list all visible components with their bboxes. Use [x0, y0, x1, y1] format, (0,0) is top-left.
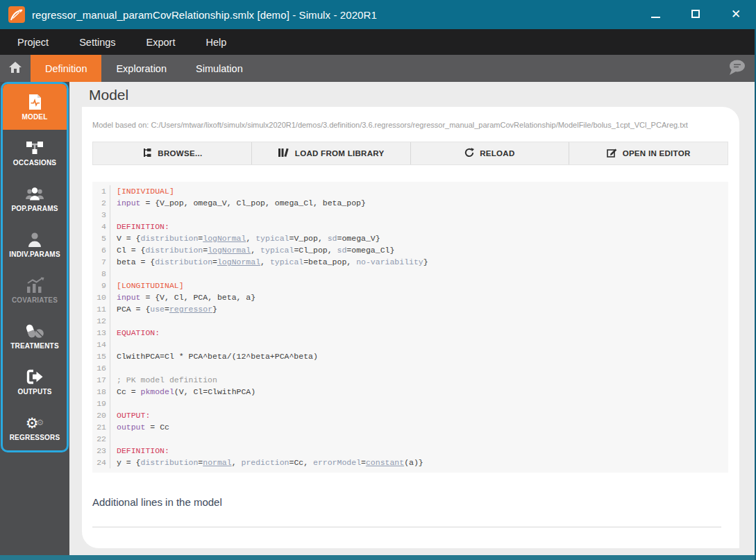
code-line: 16: [92, 362, 728, 374]
model-card: Model based on: C:/Users/mtwar/lixoft/si…: [82, 107, 739, 548]
reload-button[interactable]: RELOAD: [411, 142, 570, 164]
menu-item[interactable]: Export: [146, 37, 176, 48]
code-line: 7 beta = {distribution=logNormal, typica…: [92, 256, 728, 268]
line-number: 2: [92, 197, 110, 209]
line-number: 21: [92, 421, 110, 433]
code-line: 4 DEFINITION:: [92, 221, 728, 232]
line-number: 24: [92, 457, 110, 468]
menu-item[interactable]: Settings: [79, 37, 115, 48]
app-window: regressor_manual_paramCovRelationship.sm…: [0, 0, 756, 560]
code-line: 17 ; PK model definition: [92, 374, 728, 386]
code-text: ; PK model definition: [117, 374, 217, 386]
sidebar-item-model[interactable]: MODEL: [3, 84, 67, 130]
code-text: DEFINITION:: [117, 445, 169, 457]
model-icon: [28, 93, 42, 111]
close-button[interactable]: ✕: [716, 0, 756, 29]
code-text: ClwithPCA=Cl * PCA^beta/(12^beta+PCA^bet…: [117, 350, 318, 362]
main-content: Model Model based on: C:/Users/mtwar/lix…: [69, 82, 756, 555]
sidebar-item-covariates[interactable]: COVARIATES: [3, 267, 67, 313]
line-number: 14: [92, 339, 110, 350]
line-number: 3: [92, 209, 110, 221]
tab-strip: Definition Exploration Simulation: [31, 55, 258, 82]
code-text: y = {distribution=normal, prediction=Cc,…: [117, 457, 423, 468]
outputs-icon: [26, 368, 44, 386]
menu-item[interactable]: Project: [17, 37, 49, 48]
line-number: 12: [92, 315, 110, 327]
home-icon: [8, 61, 22, 76]
line-number: 1: [92, 185, 110, 197]
line-number: 17: [92, 374, 110, 386]
library-icon: [278, 148, 289, 159]
sidebar-item-label: INDIV.PARAMS: [9, 251, 60, 258]
code-line: 9 [LONGITUDINAL]: [92, 280, 728, 291]
line-number: 11: [92, 303, 110, 315]
line-number: 23: [92, 445, 110, 457]
covariates-icon: [25, 276, 44, 294]
tab-simulation[interactable]: Simulation: [181, 55, 258, 82]
line-number: 19: [92, 398, 110, 409]
code-line: 8: [92, 268, 728, 280]
line-number: 13: [92, 327, 110, 339]
feedback-button[interactable]: [727, 58, 746, 79]
code-line: 10 input = {V, Cl, PCA, beta, a}: [92, 291, 728, 303]
code-line: 19: [92, 398, 728, 409]
window-title: regressor_manual_paramCovRelationship.sm…: [32, 9, 377, 21]
home-button[interactable]: [0, 55, 31, 82]
code-line: 2 input = {V_pop, omega_V, Cl_pop, omega…: [92, 197, 728, 209]
code-text: V = {distribution=logNormal, typical=V_p…: [117, 232, 380, 244]
browse-button[interactable]: BROWSE...: [93, 142, 252, 164]
code-line: 24 y = {distribution=normal, prediction=…: [92, 457, 728, 468]
code-text: beta = {distribution=logNormal, typical=…: [117, 256, 428, 268]
window-bottom-edge: [0, 555, 756, 560]
sidebar-item-label: COVARIATES: [12, 296, 58, 304]
window-controls: ✕: [635, 0, 756, 29]
minimize-button[interactable]: [635, 0, 675, 29]
sidebar-item-outputs[interactable]: OUTPUTS: [3, 359, 67, 405]
tab-exploration[interactable]: Exploration: [101, 55, 181, 82]
occasions-icon: [25, 139, 44, 157]
sidebar: MODEL OCCASIONS POP.PARAMS INDIV: [0, 82, 69, 555]
sidebar-item-occasions[interactable]: OCCASIONS: [3, 130, 67, 176]
tab-definition[interactable]: Definition: [31, 55, 101, 82]
sidebar-item-label: OUTPUTS: [17, 388, 51, 396]
close-icon: ✕: [731, 8, 741, 21]
code-text: Cl = {distribution=logNormal, typical=Cl…: [117, 244, 394, 256]
indiv-params-icon: [27, 230, 42, 248]
code-text: [LONGITUDINAL]: [117, 280, 184, 291]
sidebar-nav-highlight: MODEL OCCASIONS POP.PARAMS INDIV: [1, 82, 69, 452]
code-line: 15 ClwithPCA=Cl * PCA^beta/(12^beta+PCA^…: [92, 350, 728, 362]
line-number: 15: [92, 350, 110, 362]
line-number: 8: [92, 268, 110, 280]
code-text: output = Cc: [117, 421, 169, 433]
sidebar-item-label: TREATMENTS: [10, 342, 59, 350]
reload-icon: [464, 148, 474, 159]
code-text: [INDIVIDUAL]: [117, 185, 174, 197]
code-line: 23 DEFINITION:: [92, 445, 728, 457]
code-line: 20 OUTPUT:: [92, 409, 728, 421]
menu-item[interactable]: Help: [205, 37, 226, 48]
editor-icon: [607, 148, 617, 159]
additional-lines-underline: [92, 527, 721, 527]
load-from-library-button[interactable]: LOAD FROM LIBRARY: [252, 142, 411, 164]
model-code-viewer: 1 [INDIVIDUAL] 2 input = {V_pop, omega_V…: [92, 182, 728, 473]
title-bar: regressor_manual_paramCovRelationship.sm…: [0, 0, 756, 29]
sidebar-item-indiv-params[interactable]: INDIV.PARAMS: [3, 221, 67, 267]
code-text: EQUATION:: [117, 327, 160, 339]
sidebar-item-pop-params[interactable]: POP.PARAMS: [3, 176, 67, 221]
open-in-editor-button[interactable]: OPEN IN EDITOR: [569, 142, 728, 164]
code-text: Cc = pkmodel(V, Cl=ClwithPCA): [117, 386, 255, 398]
tab-bar: Definition Exploration Simulation: [0, 55, 756, 82]
maximize-button[interactable]: [675, 0, 716, 29]
additional-lines-label: Additional lines in the model: [92, 496, 728, 508]
simulx-logo-icon: [8, 6, 25, 23]
line-number: 9: [92, 280, 110, 291]
model-toolbar: BROWSE... LOAD FROM LIBRARY RELOAD: [92, 142, 728, 165]
line-number: 18: [92, 386, 110, 398]
sidebar-item-regressors[interactable]: ⚙⚙ REGRESSORS: [3, 405, 67, 450]
line-number: 22: [92, 433, 110, 445]
code-line: 12: [92, 315, 728, 327]
treatments-icon: [25, 322, 44, 340]
sidebar-item-treatments[interactable]: TREATMENTS: [3, 313, 67, 359]
line-number: 4: [92, 221, 110, 232]
sidebar-item-label: POP.PARAMS: [11, 205, 58, 212]
